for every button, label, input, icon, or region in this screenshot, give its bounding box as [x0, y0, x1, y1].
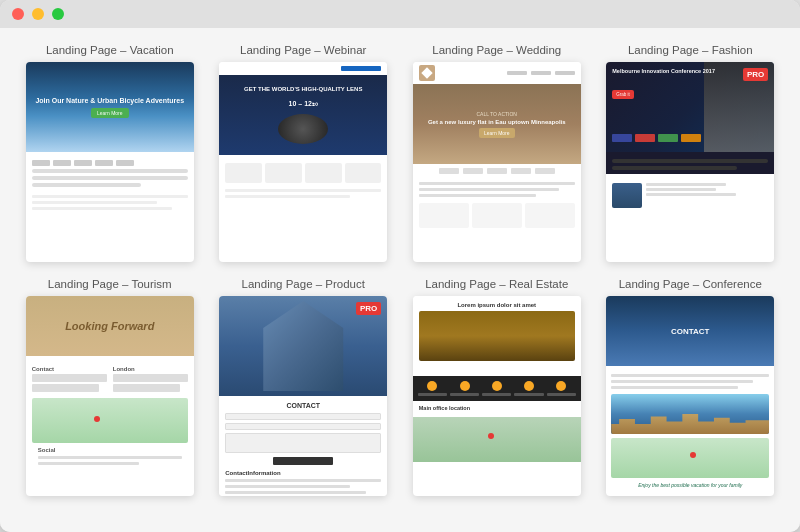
card-realestate-label: Landing Page – Real Estate — [425, 278, 568, 290]
speaker-avatar — [612, 183, 642, 208]
fashion-speaker-section — [606, 179, 774, 212]
maximize-button[interactable] — [52, 8, 64, 20]
conference-heading: CONTACT — [671, 327, 710, 336]
product-body: CONTACT ContactInformation — [219, 396, 387, 496]
contact-info-title: ContactInformation — [225, 470, 381, 476]
card-tourism[interactable]: Landing Page – Tourism Looking Forward C… — [20, 278, 200, 496]
contact-input-2 — [32, 384, 100, 392]
card-product-label: Landing Page – Product — [242, 278, 365, 290]
wl-5 — [535, 168, 555, 174]
card-webinar-thumbnail[interactable]: GET THE WORLD'S HIGH-QUALITY LENS 10 – 1… — [219, 62, 387, 262]
re-icon-4 — [514, 381, 543, 396]
stat-3 — [305, 163, 342, 183]
tourism-map — [32, 398, 188, 443]
re-text-2 — [450, 393, 479, 396]
office-label: Main office location — [419, 405, 575, 411]
logo-4 — [95, 160, 113, 166]
s-line-3 — [646, 193, 736, 196]
tourism-title: Looking Forward — [65, 320, 154, 332]
product-contact-info: ContactInformation — [225, 470, 381, 494]
conference-footer: Enjoy the best possible vacation for you… — [611, 482, 769, 488]
wl-3 — [487, 168, 507, 174]
tourism-body: Contact London — [26, 356, 194, 475]
card-fashion-thumbnail[interactable]: PRO Melbourne Innovation Conference 2017… — [606, 62, 774, 262]
speaker-text — [646, 183, 736, 208]
product-form-title: CONTACT — [225, 402, 381, 409]
close-button[interactable] — [12, 8, 24, 20]
wedding-nav — [413, 62, 581, 84]
webinar-link — [341, 66, 381, 71]
card-conference-thumbnail[interactable]: CONTACT Enjoy the best possible vacation… — [606, 296, 774, 496]
wedding-hero: CALL TO ACTION Get a new luxury flat in … — [413, 84, 581, 164]
card-wedding-thumbnail[interactable]: CALL TO ACTION Get a new luxury flat in … — [413, 62, 581, 262]
ci-row-1 — [225, 479, 381, 482]
realestate-icons — [418, 381, 576, 396]
logo-3 — [74, 160, 92, 166]
cf-row-3 — [611, 386, 737, 389]
re-text-3 — [482, 393, 511, 396]
re-icon-1 — [418, 381, 447, 396]
card-webinar[interactable]: Landing Page – Webinar GET THE WORLD'S H… — [214, 44, 394, 262]
cf-row-1 — [611, 374, 769, 377]
re-icon-shape-2 — [460, 381, 470, 391]
card-vacation[interactable]: Landing Page – Vacation Join Our Nature … — [20, 44, 200, 262]
tourism-contact-section: Contact London — [32, 366, 188, 392]
text-row-3 — [32, 183, 141, 187]
card-wedding-label: Landing Page – Wedding — [432, 44, 561, 56]
map-pin-2 — [488, 433, 494, 439]
lens-image — [278, 114, 328, 144]
text-row-5 — [32, 201, 157, 204]
wb-row-1 — [225, 189, 381, 192]
card-tourism-label: Landing Page – Tourism — [48, 278, 172, 290]
f-row-2 — [612, 166, 737, 170]
webinar-topbar — [219, 62, 387, 75]
text-row-2 — [32, 176, 188, 180]
card-product[interactable]: Landing Page – Product PRO CONTACT — [214, 278, 394, 496]
card-fashion[interactable]: Landing Page – Fashion PRO Melbourne Inn… — [601, 44, 781, 262]
wl-4 — [511, 168, 531, 174]
minimize-button[interactable] — [32, 8, 44, 20]
map-pin-3 — [690, 452, 696, 458]
realestate-hero: Lorem ipsum dolor sit amet — [413, 296, 581, 376]
logo-5 — [116, 160, 134, 166]
re-icon-5 — [547, 381, 576, 396]
webinar-hero: GET THE WORLD'S HIGH-QUALITY LENS 10 – 1… — [219, 75, 387, 155]
social-row-1 — [38, 456, 182, 459]
stat-1 — [225, 163, 262, 183]
wl-1 — [439, 168, 459, 174]
re-text-1 — [418, 393, 447, 396]
titlebar — [0, 0, 800, 28]
contact-input-1 — [32, 374, 107, 382]
card-vacation-thumbnail[interactable]: Join Our Nature & Urban Bicycle Adventur… — [26, 62, 194, 262]
webinar-title: GET THE WORLD'S HIGH-QUALITY LENS — [244, 86, 362, 92]
wl-2 — [463, 168, 483, 174]
re-icon-3 — [482, 381, 511, 396]
ci-row-3 — [225, 491, 365, 494]
wd-row-2 — [419, 188, 559, 191]
realestate-image — [419, 311, 575, 361]
logo-1 — [32, 160, 50, 166]
social-label: Social — [38, 447, 182, 453]
card-realestate-thumbnail[interactable]: Lorem ipsum dolor sit amet — [413, 296, 581, 496]
gallery-content: Landing Page – Vacation Join Our Nature … — [0, 28, 800, 532]
realestate-office: Main office location — [413, 401, 581, 417]
wd-row-3 — [419, 194, 536, 197]
card-conference[interactable]: Landing Page – Conference CONTACT — [601, 278, 781, 496]
contact-label: Contact — [32, 366, 107, 372]
product-form — [225, 413, 381, 465]
tourism-hero: Looking Forward — [26, 296, 194, 356]
card-tourism-thumbnail[interactable]: Looking Forward Contact London — [26, 296, 194, 496]
stat-4 — [345, 163, 382, 183]
city-silhouette — [611, 409, 769, 434]
re-icon-shape-3 — [492, 381, 502, 391]
f-row-1 — [612, 159, 768, 163]
vacation-cta: Learn More — [91, 108, 129, 118]
card-realestate[interactable]: Landing Page – Real Estate Lorem ipsum d… — [407, 278, 587, 496]
fashion-conf-text: Melbourne Innovation Conference 2017 — [612, 68, 715, 74]
card-product-thumbnail[interactable]: PRO CONTACT ContactInformatio — [219, 296, 387, 496]
fashion-body — [606, 152, 774, 174]
card-wedding[interactable]: Landing Page – Wedding CALL TO ACT — [407, 44, 587, 262]
tourism-footer: Social — [32, 443, 188, 469]
vacation-logos — [32, 160, 188, 166]
vacation-title: Join Our Nature & Urban Bicycle Adventur… — [35, 97, 184, 104]
